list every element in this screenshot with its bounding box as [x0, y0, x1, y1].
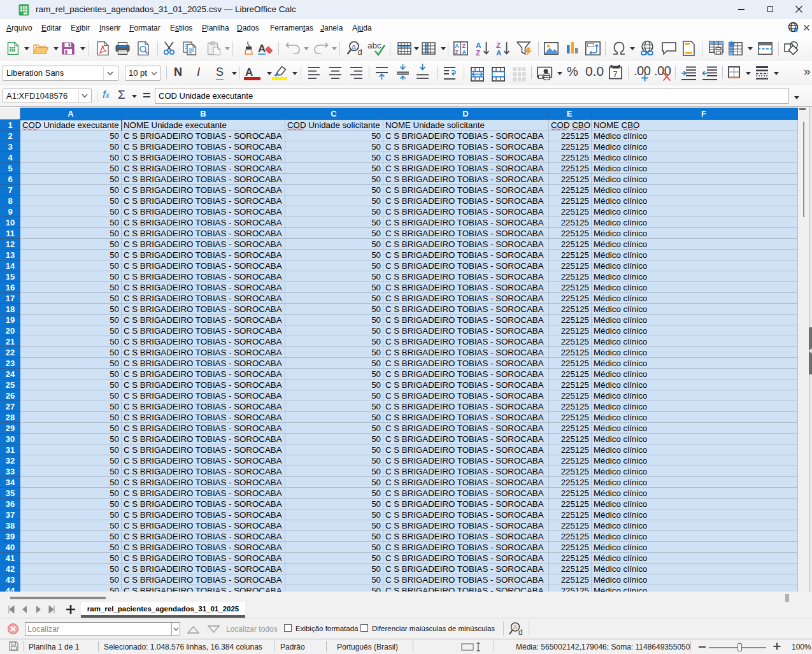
svg-text:A: A: [496, 49, 501, 56]
svg-text:d: d: [518, 628, 523, 636]
svg-text:A: A: [258, 43, 266, 55]
svg-text:a: a: [513, 623, 517, 630]
svg-text:A: A: [455, 43, 459, 49]
svg-text:A: A: [476, 41, 481, 49]
svg-text:abc: abc: [367, 41, 381, 50]
svg-text:Z: Z: [455, 49, 459, 55]
svg-text:A: A: [462, 49, 467, 55]
svg-text:Z: Z: [462, 43, 466, 49]
svg-text:Z: Z: [476, 49, 480, 56]
svg-text:7: 7: [613, 69, 618, 79]
svg-text:a: a: [352, 43, 357, 50]
svg-text:d: d: [358, 47, 362, 56]
svg-text:Z: Z: [496, 41, 501, 49]
